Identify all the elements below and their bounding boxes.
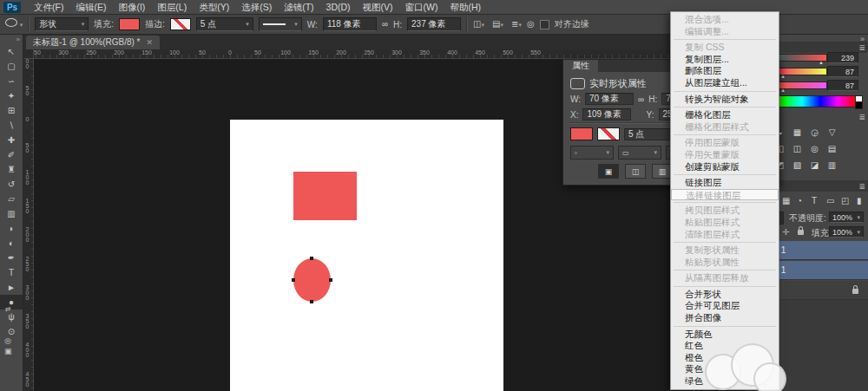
context-menu-item[interactable]: 合并可见图层 bbox=[671, 300, 779, 312]
gear-icon[interactable]: ◎ bbox=[527, 18, 535, 30]
context-menu-item[interactable]: 拷贝图层样式 bbox=[671, 205, 779, 217]
pathfinder-button[interactable]: ◫ bbox=[625, 164, 646, 179]
filter-kind-icon[interactable]: ▭ bbox=[826, 196, 834, 205]
opacity-input[interactable]: 100%▾ bbox=[829, 212, 864, 223]
quick-mask-icon[interactable]: ◎ bbox=[4, 336, 27, 345]
anchor-point[interactable] bbox=[310, 300, 313, 303]
context-menu-item[interactable]: 停用图层蒙版 bbox=[671, 137, 779, 149]
tool-mode-select[interactable]: 形状▾ bbox=[35, 17, 89, 31]
filter-toggle-icon[interactable]: ▮ bbox=[857, 196, 862, 205]
adjustment-icon[interactable]: ◪ bbox=[808, 160, 821, 171]
gradient-tool[interactable]: ▥ bbox=[0, 206, 23, 221]
canvas[interactable] bbox=[230, 120, 503, 391]
context-menu-item[interactable]: 复制 CSS bbox=[671, 42, 779, 54]
eraser-tool[interactable]: ▱ bbox=[0, 192, 23, 206]
align-edges-checkbox[interactable] bbox=[540, 20, 549, 29]
height-input[interactable]: 237 像素 bbox=[407, 17, 461, 31]
menu-0[interactable]: 文件(F) bbox=[28, 0, 69, 15]
filter-kind-icon[interactable]: ▦ bbox=[782, 196, 790, 205]
lock-all-icon[interactable] bbox=[798, 230, 804, 235]
tab-close-icon[interactable]: ✕ bbox=[147, 38, 154, 47]
history-brush-tool[interactable]: ↺ bbox=[0, 177, 23, 192]
fill-swatch[interactable] bbox=[570, 127, 593, 140]
blue-slider-marker[interactable]: ▲ bbox=[780, 88, 786, 93]
adjustment-icon[interactable]: ◶ bbox=[808, 127, 821, 138]
pathfinder-button[interactable]: ▣ bbox=[598, 164, 619, 179]
menu-5[interactable]: 选择(S) bbox=[235, 0, 278, 15]
quick-selection-tool[interactable]: ✦ bbox=[0, 88, 23, 103]
panel-menu-icon[interactable]: ≣ bbox=[858, 113, 865, 121]
adjustment-icon[interactable]: ▦ bbox=[791, 127, 804, 138]
tool-preset-icon[interactable]: ▾ bbox=[5, 18, 23, 31]
lasso-tool[interactable]: ∽ bbox=[0, 74, 23, 88]
arrange-icon[interactable]: ≣▾ bbox=[511, 18, 522, 31]
context-menu-item[interactable]: 粘贴图层样式 bbox=[671, 217, 779, 229]
hand-tool[interactable]: ψ bbox=[0, 310, 23, 324]
green-slider-marker[interactable]: ▲ bbox=[780, 74, 786, 79]
menu-2[interactable]: 图像(I) bbox=[112, 0, 151, 15]
anchor-point[interactable] bbox=[329, 278, 332, 282]
context-menu-item[interactable]: 清除图层样式 bbox=[671, 229, 779, 241]
green-value[interactable]: 87 bbox=[827, 66, 858, 77]
context-menu-item[interactable]: 栅格化图层 bbox=[671, 109, 779, 121]
blue-value[interactable]: 87 bbox=[827, 80, 858, 91]
width-input[interactable]: 118 像素 bbox=[323, 17, 377, 31]
context-menu-item[interactable]: 复制形状属性 bbox=[671, 244, 779, 257]
stroke-style-select[interactable]: ▾ bbox=[259, 17, 302, 31]
context-menu-item[interactable]: 复制图层... bbox=[671, 54, 779, 66]
type-tool[interactable]: T bbox=[0, 265, 23, 280]
anchor-point[interactable] bbox=[292, 278, 295, 282]
context-menu-item[interactable]: 混合选项... bbox=[671, 14, 779, 26]
menu-10[interactable]: 帮助(H) bbox=[444, 0, 488, 15]
ellipse-shape[interactable] bbox=[293, 258, 331, 302]
menu-9[interactable]: 窗口(W) bbox=[399, 0, 444, 15]
path-selection-tool[interactable]: ► bbox=[0, 280, 23, 295]
dodge-tool[interactable]: ◐ bbox=[0, 236, 23, 251]
context-menu-item[interactable]: 合并形状 bbox=[671, 289, 779, 301]
panel-menu-icon[interactable]: ≣ bbox=[858, 43, 865, 52]
link-dimensions-icon[interactable]: ∞ bbox=[382, 18, 388, 30]
context-menu-item[interactable]: 粘贴形状属性 bbox=[671, 257, 779, 269]
context-menu-item[interactable]: 创建剪贴蒙版 bbox=[671, 161, 779, 173]
filter-kind-icon[interactable]: T bbox=[812, 196, 817, 205]
stroke-caps-select[interactable]: ▭▾ bbox=[618, 146, 661, 160]
stroke-swatch[interactable] bbox=[597, 127, 620, 140]
stroke-swatch[interactable] bbox=[170, 18, 191, 30]
anchor-point[interactable] bbox=[310, 257, 313, 260]
fill-input[interactable]: 100%▾ bbox=[829, 226, 864, 238]
menu-7[interactable]: 3D(D) bbox=[320, 0, 357, 15]
context-menu-item[interactable]: 无颜色 bbox=[671, 329, 779, 341]
adjustment-icon[interactable]: ▧ bbox=[791, 160, 804, 171]
lock-position-icon[interactable]: ✛ bbox=[782, 227, 789, 237]
crop-tool[interactable]: ⊞ bbox=[0, 103, 23, 118]
brush-tool[interactable]: ✐ bbox=[0, 147, 23, 162]
link-icon[interactable]: ∞ bbox=[638, 94, 644, 104]
swap-colors-icon[interactable]: ⇄ bbox=[5, 305, 11, 313]
blur-tool[interactable]: ◗ bbox=[0, 221, 23, 236]
shape-width-input[interactable]: 70 像素 bbox=[585, 93, 634, 105]
marquee-tool[interactable]: ▢ bbox=[0, 59, 23, 74]
context-menu-item[interactable]: 删除图层 bbox=[671, 65, 779, 77]
context-menu-item[interactable]: 编辑调整... bbox=[671, 26, 779, 38]
document-tab[interactable]: 未标题-1 @ 100%(RGB/8) * ✕ bbox=[26, 36, 160, 49]
context-menu-item[interactable]: 链接图层 bbox=[671, 177, 779, 189]
eyedropper-tool[interactable]: ∖ bbox=[0, 118, 23, 133]
horizontal-ruler[interactable]: 3503002502001501005005010015020025030035… bbox=[33, 49, 779, 59]
shape-x-input[interactable]: 109 像素 bbox=[582, 108, 631, 121]
context-menu-item[interactable]: 栅格化图层样式 bbox=[671, 121, 779, 134]
move-tool[interactable]: ↖ bbox=[0, 44, 23, 59]
filter-kind-icon[interactable]: ◰ bbox=[841, 196, 849, 205]
adjustment-icon[interactable]: ▥ bbox=[825, 160, 838, 171]
clone-stamp-tool[interactable]: ♜ bbox=[0, 162, 23, 177]
screen-mode-icon[interactable]: ▣ bbox=[4, 347, 27, 355]
fill-swatch[interactable] bbox=[119, 18, 140, 30]
menu-1[interactable]: 编辑(E) bbox=[69, 0, 112, 15]
menu-6[interactable]: 滤镜(T) bbox=[278, 0, 319, 15]
adjustment-icon[interactable]: ▽ bbox=[825, 127, 838, 138]
path-operations-icon[interactable]: ◫▾ bbox=[473, 18, 484, 31]
menu-4[interactable]: 类型(Y) bbox=[193, 0, 235, 15]
align-icon[interactable]: ▤▾ bbox=[492, 18, 503, 31]
context-menu-item[interactable]: 从隔离图层释放 bbox=[671, 272, 779, 284]
black-swatch[interactable] bbox=[855, 101, 863, 109]
adjustment-icon[interactable]: ◫ bbox=[791, 143, 804, 154]
